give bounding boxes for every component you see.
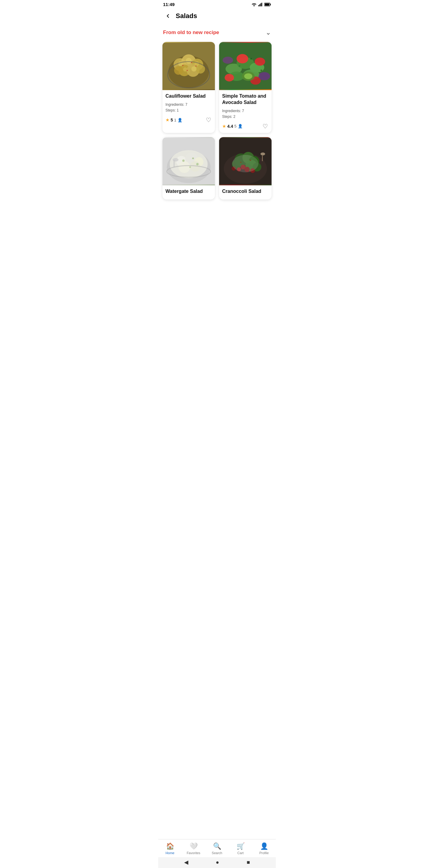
svg-rect-7 bbox=[265, 3, 270, 5]
svg-point-25 bbox=[195, 65, 196, 67]
svg-point-54 bbox=[189, 166, 191, 168]
svg-point-43 bbox=[260, 70, 262, 71]
back-system-icon[interactable]: ◀ bbox=[184, 859, 188, 866]
nav-label-cart: Cart bbox=[238, 851, 244, 855]
nav-label-home: Home bbox=[165, 851, 174, 855]
svg-point-21 bbox=[191, 66, 196, 71]
svg-rect-4 bbox=[261, 3, 262, 6]
recipe-image-tomato-avocado bbox=[219, 42, 272, 90]
watergate-illustration bbox=[162, 137, 215, 185]
filter-label: From old to new recipe bbox=[163, 30, 263, 36]
recipe-info-cauliflower: Cauliflower Salad Ingredients: 7Steps: 1… bbox=[162, 90, 215, 127]
favorite-button-cauliflower[interactable]: ♡ bbox=[205, 116, 212, 124]
svg-rect-3 bbox=[260, 3, 261, 6]
rating-cauliflower: ★ 5 1 👤 bbox=[165, 117, 182, 123]
page-title: Salads bbox=[176, 12, 197, 20]
recipe-title-watergate: Watergate Salad bbox=[165, 188, 212, 195]
status-icons bbox=[252, 3, 271, 6]
search-icon: 🔍 bbox=[213, 842, 221, 850]
svg-point-0 bbox=[254, 5, 255, 6]
svg-rect-75 bbox=[245, 165, 246, 166]
cart-icon: 🛒 bbox=[237, 842, 245, 850]
nav-item-profile[interactable]: 👤 Profile bbox=[255, 842, 273, 855]
svg-point-24 bbox=[191, 62, 192, 63]
svg-point-40 bbox=[244, 73, 252, 79]
signal-icon bbox=[258, 3, 262, 6]
rating-value-tomato-avocado: 4.4 bbox=[227, 124, 233, 129]
recipe-footer-cauliflower: ★ 5 1 👤 ♡ bbox=[165, 116, 212, 124]
recipe-image-watergate bbox=[162, 137, 215, 185]
cauliflower-illustration bbox=[162, 42, 215, 90]
back-icon bbox=[165, 13, 171, 19]
svg-point-26 bbox=[187, 70, 188, 71]
profile-icon: 👤 bbox=[260, 842, 268, 850]
nav-item-home[interactable]: 🏠 Home bbox=[161, 842, 179, 855]
nav-item-cart[interactable]: 🛒 Cart bbox=[231, 842, 250, 855]
recipe-title-tomato-avocado: Simple Tomato and Avocado Salad bbox=[222, 93, 269, 106]
recipe-info-broccoli: Cranoccoli Salad bbox=[219, 185, 272, 199]
svg-point-38 bbox=[223, 57, 233, 64]
home-system-icon[interactable]: ● bbox=[216, 859, 219, 866]
battery-icon bbox=[264, 3, 271, 6]
svg-rect-77 bbox=[262, 156, 263, 161]
recipe-title-cauliflower: Cauliflower Salad bbox=[165, 93, 212, 99]
recipe-card-watergate[interactable]: Watergate Salad bbox=[162, 137, 215, 199]
tomato-avocado-illustration bbox=[219, 42, 272, 90]
favorites-icon: 🤍 bbox=[190, 842, 198, 850]
svg-point-37 bbox=[258, 72, 270, 80]
recipe-image-broccoli bbox=[219, 137, 272, 185]
svg-point-15 bbox=[174, 66, 183, 75]
svg-rect-74 bbox=[250, 160, 251, 161]
svg-rect-1 bbox=[258, 5, 259, 6]
rating-tomato-avocado: ★ 4.4 5 👤 bbox=[222, 124, 243, 129]
recipe-info-tomato-avocado: Simple Tomato and Avocado Salad Ingredie… bbox=[219, 90, 272, 133]
recipe-image-cauliflower bbox=[162, 42, 215, 90]
recipe-card-cauliflower[interactable]: Cauliflower Salad Ingredients: 7Steps: 1… bbox=[162, 42, 215, 133]
recipe-title-broccoli: Cranoccoli Salad bbox=[222, 188, 269, 195]
status-bar: 11:49 bbox=[158, 0, 276, 8]
system-nav-bar: ◀ ● ■ bbox=[158, 857, 276, 868]
chevron-down-icon[interactable]: ⌄ bbox=[266, 29, 271, 36]
svg-point-52 bbox=[182, 159, 185, 162]
svg-point-76 bbox=[260, 153, 265, 156]
svg-point-35 bbox=[224, 74, 234, 82]
svg-point-23 bbox=[182, 65, 184, 66]
recipe-info-watergate: Watergate Salad bbox=[162, 185, 215, 199]
recipe-grid: Cauliflower Salad Ingredients: 7Steps: 1… bbox=[158, 39, 276, 230]
nav-item-favorites[interactable]: 🤍 Favorites bbox=[184, 842, 203, 855]
svg-point-72 bbox=[232, 155, 258, 173]
svg-rect-6 bbox=[270, 4, 271, 5]
wifi-icon bbox=[252, 3, 256, 6]
svg-point-55 bbox=[196, 163, 198, 165]
recipe-meta-tomato-avocado: Ingredients: 7Steps: 2 bbox=[222, 108, 269, 120]
nav-label-favorites: Favorites bbox=[187, 851, 200, 855]
recipe-card-broccoli[interactable]: Cranoccoli Salad bbox=[219, 137, 272, 199]
broccoli-illustration bbox=[219, 137, 272, 185]
star-icon: ★ bbox=[165, 117, 169, 123]
svg-point-42 bbox=[250, 58, 252, 60]
back-button[interactable] bbox=[163, 11, 173, 21]
nav-label-profile: Profile bbox=[259, 851, 269, 855]
recipe-meta-cauliflower: Ingredients: 7Steps: 1 bbox=[165, 102, 212, 113]
rating-value-cauliflower: 5 bbox=[170, 118, 173, 122]
svg-point-34 bbox=[255, 58, 265, 66]
home-icon: 🏠 bbox=[166, 842, 174, 850]
svg-point-50 bbox=[179, 161, 190, 173]
recipe-footer-tomato-avocado: ★ 4.4 5 👤 ♡ bbox=[222, 122, 269, 130]
bottom-nav: 🏠 Home 🤍 Favorites 🔍 Search 🛒 Cart 👤 Pro… bbox=[158, 839, 276, 857]
status-time: 11:49 bbox=[163, 2, 175, 7]
recent-system-icon[interactable]: ■ bbox=[247, 859, 250, 866]
recipe-card-tomato-avocado[interactable]: Simple Tomato and Avocado Salad Ingredie… bbox=[219, 42, 272, 133]
nav-item-search[interactable]: 🔍 Search bbox=[208, 842, 226, 855]
svg-point-18 bbox=[186, 58, 191, 64]
svg-point-53 bbox=[192, 157, 194, 159]
rating-count-cauliflower: 1 bbox=[174, 118, 176, 122]
filter-row[interactable]: From old to new recipe ⌄ bbox=[158, 24, 276, 39]
svg-rect-73 bbox=[240, 162, 242, 163]
favorite-button-tomato-avocado[interactable]: ♡ bbox=[262, 122, 269, 130]
svg-rect-57 bbox=[174, 160, 175, 167]
person-icon: 👤 bbox=[178, 118, 182, 122]
rating-count-tomato-avocado: 5 bbox=[234, 124, 236, 128]
svg-point-33 bbox=[237, 54, 248, 63]
svg-point-20 bbox=[183, 67, 187, 72]
